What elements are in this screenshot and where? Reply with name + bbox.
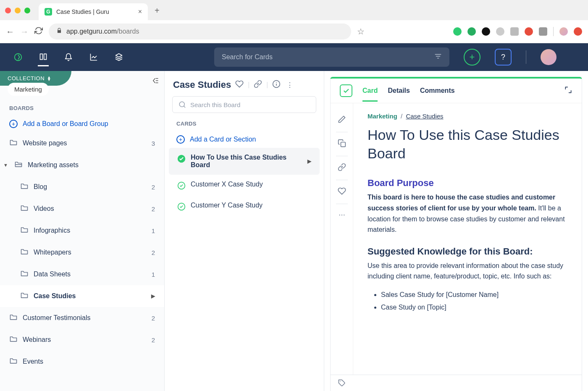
folder-group-icon xyxy=(14,160,23,170)
board-whitepapers[interactable]: Whitepapers 2 xyxy=(0,241,164,263)
verify-badge-icon[interactable] xyxy=(340,84,352,97)
board-videos[interactable]: Videos 2 xyxy=(0,198,164,220)
link-icon[interactable] xyxy=(254,80,262,90)
add-board-button[interactable]: + Add a Board or Board Group xyxy=(0,115,164,132)
svg-rect-9 xyxy=(341,142,345,147)
more-icon[interactable]: ⋮ xyxy=(286,81,293,89)
favicon-guru-icon: G xyxy=(45,8,52,16)
nav-stack-icon[interactable] xyxy=(113,52,124,63)
create-button[interactable]: + xyxy=(464,49,480,66)
board-website-pages[interactable]: Website pages 3 xyxy=(0,132,164,154)
browser-tab[interactable]: G Case Studies | Guru × xyxy=(39,3,148,20)
collection-label: COLLECTION xyxy=(8,75,45,81)
folder-icon xyxy=(20,269,29,279)
app-header: Search for Cards + ? xyxy=(0,43,588,71)
board-label: Blog xyxy=(34,183,47,191)
card-customer-y[interactable]: Customer Y Case Study xyxy=(169,196,320,217)
nav-library-icon[interactable] xyxy=(38,55,49,66)
card-how-to-use[interactable]: How To Use this Case Studies Board ▶ xyxy=(169,148,320,175)
board-label: Data Sheets xyxy=(34,270,71,278)
add-card-button[interactable]: + Add a Card or Section xyxy=(165,131,324,148)
bullet-item: Sales Case Study for [Customer Name] xyxy=(381,289,567,301)
copy-icon[interactable] xyxy=(338,135,346,153)
favorite-icon[interactable] xyxy=(235,80,244,90)
guru-logo-icon[interactable] xyxy=(13,52,24,63)
tab-details[interactable]: Details xyxy=(388,87,410,94)
verified-outline-icon xyxy=(177,202,186,211)
search-filter-icon[interactable] xyxy=(434,52,442,62)
board-data-sheets[interactable]: Data Sheets 1 xyxy=(0,263,164,285)
board-purpose-heading: Board Purpose xyxy=(368,178,567,189)
back-button[interactable]: ← xyxy=(6,27,14,37)
board-count: 2 xyxy=(152,249,155,256)
ext-black-icon[interactable] xyxy=(482,27,490,36)
board-infographics[interactable]: Infographics 1 xyxy=(0,220,164,241)
ext-orange-icon[interactable] xyxy=(574,27,582,36)
bullet-item: Case Study on [Topic] xyxy=(381,301,567,314)
board-group-marketing-assets[interactable]: ▼ Marketing assets xyxy=(0,154,164,176)
board-count: 2 xyxy=(152,184,155,191)
reload-button[interactable] xyxy=(34,26,43,37)
tag-icon xyxy=(338,379,346,387)
folder-icon xyxy=(20,182,29,192)
global-search-input[interactable]: Search for Cards xyxy=(214,47,449,67)
edit-icon[interactable] xyxy=(338,111,346,129)
ext-camera-icon[interactable] xyxy=(539,27,547,36)
window-minimize[interactable] xyxy=(15,8,21,13)
ext-green-icon[interactable] xyxy=(467,27,476,36)
board-count: 1 xyxy=(152,271,155,278)
heart-icon[interactable] xyxy=(338,183,346,201)
board-label: Videos xyxy=(34,205,54,213)
new-tab-button[interactable]: + xyxy=(151,4,163,17)
help-button[interactable]: ? xyxy=(495,49,512,66)
board-blog[interactable]: Blog 2 xyxy=(0,176,164,198)
sort-icon: ▴▾ xyxy=(48,76,51,81)
more-horizontal-icon[interactable]: ⋯ xyxy=(339,207,345,223)
suggested-bullets: Sales Case Study for [Customer Name] Cas… xyxy=(368,289,567,314)
collection-chip[interactable]: Marketing xyxy=(8,83,49,96)
card-customer-x[interactable]: Customer X Case Study xyxy=(169,175,320,196)
expand-icon[interactable] xyxy=(564,86,572,96)
board-title: Case Studies xyxy=(173,79,231,90)
board-label: Marketing assets xyxy=(28,161,79,169)
url-bar[interactable]: app.getguru.com/boards xyxy=(49,24,351,39)
sidebar-collapse-icon[interactable] xyxy=(152,77,159,86)
detail-toolbar: ⋯ xyxy=(331,103,353,375)
cards-section-label: CARDS xyxy=(165,121,324,131)
ext-red-icon[interactable] xyxy=(525,27,533,36)
board-events[interactable]: Events xyxy=(0,351,164,373)
bookmark-star-icon[interactable]: ☆ xyxy=(357,26,365,37)
link-icon[interactable] xyxy=(338,159,346,177)
board-customer-testimonials[interactable]: Customer Testimonials 2 xyxy=(0,307,164,329)
window-close[interactable] xyxy=(5,8,11,13)
tab-comments[interactable]: Comments xyxy=(420,87,455,94)
profile-avatar-icon[interactable] xyxy=(559,27,568,36)
tab-close-icon[interactable]: × xyxy=(138,8,142,16)
nav-notifications-icon[interactable] xyxy=(63,52,74,63)
folder-icon xyxy=(9,138,18,148)
header-divider xyxy=(526,50,526,64)
tab-card[interactable]: Card xyxy=(362,87,378,102)
tab-bar: G Case Studies | Guru × + xyxy=(0,0,588,20)
folder-icon xyxy=(9,313,18,323)
user-avatar[interactable] xyxy=(541,49,556,65)
folder-icon xyxy=(9,335,18,345)
ext-gray-icon[interactable] xyxy=(496,27,504,36)
board-count: 1 xyxy=(152,227,155,234)
chevron-down-icon: ▼ xyxy=(3,163,9,168)
window-maximize[interactable] xyxy=(24,8,30,13)
card-detail-panel: Card Details Comments ⋯ Marketing xyxy=(330,77,582,391)
board-webinars[interactable]: Webinars 2 xyxy=(0,329,164,351)
detail-content: Marketing / Case Studies How To Use this… xyxy=(353,103,582,375)
forward-button[interactable]: → xyxy=(20,27,29,37)
tag-bar[interactable] xyxy=(331,375,582,391)
board-case-studies[interactable]: Case Studies ▶ xyxy=(0,285,164,307)
crumb-collection[interactable]: Marketing xyxy=(368,113,397,120)
suggested-text: Use this area to provide relevant inform… xyxy=(368,260,567,282)
ext-guru-icon[interactable] xyxy=(453,27,462,36)
info-icon[interactable] xyxy=(272,80,281,90)
board-search-input[interactable]: Search this Board xyxy=(172,96,316,113)
nav-analytics-icon[interactable] xyxy=(88,52,99,63)
ext-gray2-icon[interactable] xyxy=(510,27,519,36)
crumb-board[interactable]: Case Studies xyxy=(406,113,443,120)
